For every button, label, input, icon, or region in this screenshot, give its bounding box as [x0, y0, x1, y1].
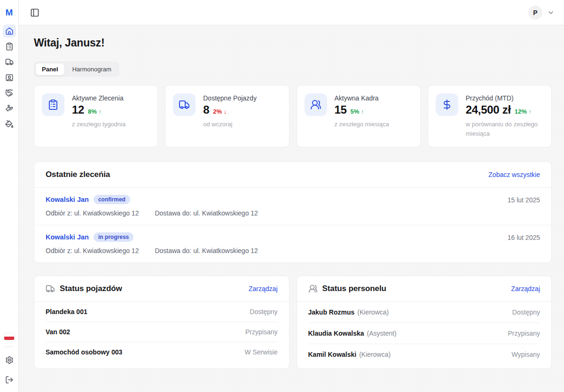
sidebar-item-staff[interactable]: [3, 102, 16, 115]
order-row: Kowalski Jan confirmed Odbiór z: ul. Kwi…: [34, 188, 551, 225]
clipboard-list-icon: [5, 42, 14, 51]
contact-card-icon: [5, 73, 14, 82]
personnel-row: Klaudia Kowalska(Asystent) Przypisany: [308, 323, 540, 344]
personnel-status-card: Status personelu Zarządzaj Jakub Rozmus(…: [297, 276, 552, 369]
manage-vehicles-link[interactable]: Zarządzaj: [249, 285, 277, 292]
vehicle-status-header: Status pojazdów Zarządzaj: [34, 276, 289, 302]
avatar[interactable]: P: [528, 6, 542, 20]
poland-flag-language-toggle[interactable]: [4, 333, 14, 340]
view-all-link[interactable]: Zobacz wszystkie: [488, 171, 540, 178]
person-role: (Kierowca): [357, 308, 389, 316]
main-content: Witaj, Janusz! Panel Harmonogram Aktywne…: [19, 25, 564, 392]
vehicle-status: W Serwisie: [244, 348, 277, 356]
stat-value: 12: [72, 103, 84, 116]
delivery-address: Dostawa do: ul. Kwiatkowskiego 12: [155, 209, 258, 217]
user-menu: P: [528, 6, 555, 20]
view-tabs: Panel Harmonogram: [34, 61, 119, 77]
sidebar-item-dashboard[interactable]: [3, 24, 16, 38]
home-icon: [5, 27, 14, 35]
order-row: Kowalski Jan in progress Odbiór z: ul. K…: [34, 225, 551, 262]
sidebar-item-orders[interactable]: [3, 40, 16, 53]
tab-harmonogram[interactable]: Harmonogram: [66, 63, 118, 76]
person-name: Jakub Rozmus: [308, 308, 355, 316]
person-name: Kamil Kowalski: [308, 351, 357, 358]
order-date: 15 lut 2025: [508, 195, 540, 217]
stat-label: Aktywna Kadra: [335, 94, 389, 102]
vehicle-status-title: Status pojazdów: [60, 284, 122, 293]
stat-delta: 12% ↑: [515, 108, 532, 115]
stat-cards: Aktywne Zlecenia 12 8% ↑ z zeszłego tygo…: [34, 85, 552, 147]
arrow-up-icon: ↑: [528, 108, 532, 115]
truck-icon: [46, 284, 55, 293]
person-status: Przypisany: [508, 330, 540, 337]
logout-icon: [5, 376, 14, 384]
users-icon: [308, 284, 318, 293]
sidebar-item-vehicles[interactable]: [3, 55, 16, 69]
vehicle-status: Przypisany: [245, 328, 277, 336]
vehicle-row: Plandeka 001 Dostępny: [46, 302, 278, 322]
stat-delta: 5% ↑: [351, 108, 364, 115]
stat-card-active-staff: Aktywna Kadra 15 5% ↑ z zeszłego miesiąc…: [297, 85, 421, 147]
arrow-up-icon: ↑: [361, 108, 364, 115]
app-logo: M: [6, 5, 13, 20]
personnel-row: Kamil Kowalski(Kierowca) Wypisany: [308, 344, 540, 365]
sidebar-item-partners[interactable]: [3, 86, 16, 100]
gear-icon: [5, 356, 14, 364]
order-customer-link[interactable]: Kowalski Jan: [46, 233, 89, 241]
sidebar-item-settings[interactable]: [3, 354, 16, 367]
stat-delta: 8% ↑: [88, 108, 102, 115]
sidebar-toggle-button[interactable]: [30, 8, 39, 17]
order-customer-link[interactable]: Kowalski Jan: [46, 196, 89, 203]
sidebar: M: [0, 0, 19, 392]
stat-value: 8: [203, 103, 209, 116]
delivery-address: Dostawa do: ul. Kwiatkowskiego 12: [155, 247, 258, 254]
hand-person-icon: [5, 104, 14, 113]
person-name: Klaudia Kowalska: [308, 330, 364, 337]
vehicle-row: Samochód osobowy 003 W Serwisie: [46, 342, 278, 362]
stat-value: 15: [335, 103, 347, 116]
topbar: P: [19, 0, 564, 25]
stat-note: z zeszłego tygodnia: [72, 120, 125, 129]
pickup-address: Odbiór z: ul. Kwiatkowskiego 12: [46, 247, 139, 254]
person-status: Dostępny: [512, 308, 540, 316]
users-icon: [305, 93, 327, 116]
page-title: Witaj, Janusz!: [34, 37, 552, 49]
chevron-down-icon[interactable]: [547, 9, 555, 16]
personnel-row: Jakub Rozmus(Kierowca) Dostępny: [308, 302, 540, 323]
sidebar-item-fuel[interactable]: [3, 117, 16, 131]
stat-note: z zeszłego miesiąca: [335, 120, 389, 129]
manage-personnel-link[interactable]: Zarządzaj: [511, 285, 540, 292]
stat-label: Dostępne Pojazdy: [203, 94, 257, 102]
person-role: (Kierowca): [359, 351, 391, 358]
truck-icon: [173, 93, 196, 116]
recent-orders-header: Ostatnie zleceńia Zobacz wszystkie: [34, 162, 551, 188]
truck-icon: [5, 58, 14, 66]
clipboard-list-icon: [42, 93, 64, 116]
panel-left-icon: [30, 8, 39, 17]
stat-card-revenue: Przychód (MTD) 24,500 zł 12% ↑ w porówna…: [428, 85, 552, 147]
vehicle-name: Samochód osobowy 003: [46, 348, 122, 356]
stat-note: od wczoraj: [203, 120, 257, 129]
stat-label: Aktywne Zlecenia: [72, 94, 125, 102]
stat-delta: 2% ↓: [213, 108, 227, 115]
stat-card-active-orders: Aktywne Zlecenia 12 8% ↑ z zeszłego tygo…: [34, 85, 158, 147]
status-badge: in progress: [94, 232, 133, 242]
stat-label: Przychód (MTD): [466, 94, 544, 102]
vehicle-list: Plandeka 001 Dostępny Van 002 Przypisany…: [34, 302, 289, 366]
sidebar-item-logout[interactable]: [3, 373, 16, 386]
recent-orders-card: Ostatnie zleceńia Zobacz wszystkie Kowal…: [34, 161, 552, 263]
arrow-down-icon: ↓: [224, 108, 227, 115]
status-badge: confirmed: [94, 195, 130, 204]
sidebar-divider: [5, 346, 14, 347]
person-status: Wypisany: [511, 351, 540, 358]
sidebar-item-contacts[interactable]: [3, 71, 16, 84]
order-date: 16 lut 2025: [508, 232, 540, 254]
handshake-icon: [5, 89, 14, 97]
personnel-status-title: Status personelu: [322, 284, 386, 293]
recent-orders-title: Ostatnie zleceńia: [46, 170, 110, 179]
dollar-sign-icon: [436, 93, 458, 116]
tab-panel[interactable]: Panel: [35, 63, 65, 76]
stat-note: w porównaniu do zeszłego miesiąca: [466, 120, 544, 138]
status-cards: Status pojazdów Zarządzaj Plandeka 001 D…: [34, 276, 552, 369]
vehicle-name: Plandeka 001: [46, 308, 87, 315]
